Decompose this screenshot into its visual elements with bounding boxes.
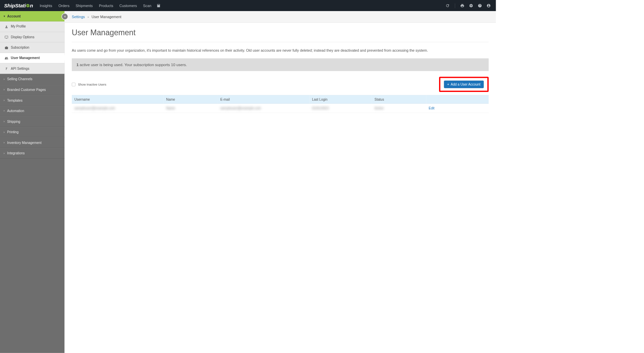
nav-insights[interactable]: Insights	[37, 3, 55, 7]
page-description: As users come and go from your organizat…	[72, 48, 489, 53]
briefcase-icon	[5, 46, 8, 50]
col-email[interactable]: E-mail	[218, 95, 309, 104]
cell-name: Name	[166, 106, 175, 110]
chevron-right-icon: ›	[4, 88, 5, 91]
print-icon[interactable]	[460, 3, 464, 8]
col-username[interactable]: Username	[72, 95, 163, 104]
sidebar-section-account[interactable]: ▾ Account	[0, 11, 65, 21]
sidebar-item-label: Display Options	[11, 35, 34, 39]
branch-icon	[5, 66, 8, 70]
cell-status: Active	[375, 106, 384, 110]
nav-products[interactable]: Products	[96, 3, 116, 7]
breadcrumb-current: User Management	[92, 15, 121, 19]
topnav-separator	[455, 3, 455, 8]
edit-user-link[interactable]: Edit	[429, 106, 434, 110]
breadcrumb-separator: »	[88, 15, 89, 18]
content: User Management As users come and go fro…	[65, 23, 496, 119]
table-header-row: Username Name E-mail Last Login Status	[72, 95, 489, 104]
sidebar-section-branded-customer-pages[interactable]: ›Branded Customer Pages	[0, 85, 65, 95]
show-inactive-checkbox-wrapper[interactable]: Show Inactive Users	[72, 83, 106, 86]
users-icon	[5, 56, 8, 60]
nav-scan[interactable]: Scan	[140, 3, 154, 7]
breadcrumb: Settings » User Management	[65, 11, 496, 23]
topnav-right-icons	[445, 3, 493, 8]
sidebar-section-label: Printing	[7, 130, 18, 134]
sidebar-section-shipping[interactable]: ›Shipping	[0, 116, 65, 127]
sidebar-item-display-options[interactable]: Display Options	[0, 32, 65, 42]
col-last-login[interactable]: Last Login	[309, 95, 372, 104]
sidebar-section-templates[interactable]: ›Templates	[0, 95, 65, 106]
sidebar-section-integrations[interactable]: ›Integrations	[0, 148, 65, 159]
annotation-highlight: + Add a User Account	[439, 77, 489, 92]
cell-last-login: 01/01/2023	[312, 106, 329, 110]
sidebar-section-label: Automation	[7, 109, 24, 113]
sidebar-section-account-label: Account	[7, 14, 21, 18]
sidebar-item-label: Subscription	[11, 46, 29, 50]
main-area: Settings » User Management User Manageme…	[65, 11, 496, 353]
sidebar-section-label: Selling Channels	[7, 77, 32, 81]
sidebar-collapse-button[interactable]	[62, 14, 68, 19]
sidebar-item-label: User Management	[11, 56, 40, 60]
breadcrumb-root[interactable]: Settings	[72, 15, 85, 19]
subscription-info-text: active user is being used. Your subscrip…	[78, 62, 187, 67]
show-inactive-label: Show Inactive Users	[78, 83, 106, 86]
nav-orders[interactable]: Orders	[55, 3, 72, 7]
nav-customers[interactable]: Customers	[116, 3, 140, 7]
gear-icon	[26, 3, 30, 9]
brand-text-3: n	[30, 3, 33, 8]
calculator-icon[interactable]	[157, 3, 161, 8]
user-account-icon[interactable]	[487, 3, 491, 8]
sidebar-section-automation[interactable]: ›Automation	[0, 106, 65, 116]
sidebar-item-label: API Settings	[11, 66, 29, 70]
plus-icon: +	[447, 83, 449, 87]
chevron-right-icon: ›	[4, 78, 5, 81]
brand-text-1: Ship	[4, 3, 15, 8]
col-name[interactable]: Name	[163, 95, 218, 104]
nav-shipments[interactable]: Shipments	[72, 3, 96, 7]
col-status[interactable]: Status	[372, 95, 426, 104]
sidebar-account-subitems: My Profile Display Options Subscription …	[0, 21, 65, 74]
sidebar-section-label: Branded Customer Pages	[7, 88, 46, 92]
sidebar-section-label: Templates	[7, 98, 22, 102]
add-user-account-button[interactable]: + Add a User Account	[444, 81, 484, 88]
checkbox-icon[interactable]	[72, 83, 75, 86]
help-icon[interactable]	[478, 3, 482, 8]
users-table: Username Name E-mail Last Login Status s…	[72, 95, 489, 113]
sidebar-item-subscription[interactable]: Subscription	[0, 42, 65, 53]
subscription-info-box: 1 active user is being used. Your subscr…	[72, 58, 489, 71]
settings-gear-icon[interactable]	[469, 3, 473, 8]
nav-links: Insights Orders Shipments Products Custo…	[37, 3, 154, 7]
chevron-down-icon: ▾	[4, 14, 5, 18]
brand-text-2: Stati	[15, 3, 26, 8]
sidebar: ▾ Account My Profile Display Options Sub…	[0, 11, 65, 353]
sidebar-item-user-management[interactable]: User Management	[0, 53, 65, 63]
table-row: sampleuser@example.com Name sampleuser@e…	[72, 103, 489, 113]
chevron-right-icon: ›	[4, 109, 5, 112]
sidebar-item-api-settings[interactable]: API Settings	[0, 63, 65, 74]
display-icon	[5, 35, 8, 39]
sidebar-item-my-profile[interactable]: My Profile	[0, 21, 65, 32]
brand-logo[interactable]: ShipStati n	[3, 3, 37, 9]
chevron-right-icon: ›	[4, 99, 5, 102]
sidebar-section-selling-channels[interactable]: ›Selling Channels	[0, 74, 65, 85]
sidebar-section-label: Shipping	[7, 119, 20, 123]
col-actions	[426, 95, 488, 104]
cell-username: sampleuser@example.com	[74, 106, 115, 110]
toolbar-row: Show Inactive Users + Add a User Account	[72, 77, 489, 92]
cell-email: sampleuser@example.com	[220, 106, 261, 110]
chevron-right-icon: ›	[4, 152, 5, 155]
user-icon	[5, 24, 8, 29]
chevron-right-icon: ›	[4, 141, 5, 144]
sidebar-section-printing[interactable]: ›Printing	[0, 127, 65, 138]
sidebar-section-inventory-management[interactable]: ›Inventory Management	[0, 137, 65, 148]
chevron-right-icon: ›	[4, 131, 5, 134]
page-title: User Management	[72, 29, 489, 37]
sidebar-section-label: Integrations	[7, 151, 24, 155]
add-user-button-label: Add a User Account	[451, 83, 480, 87]
sidebar-section-label: Inventory Management	[7, 141, 41, 145]
chevron-right-icon: ›	[4, 120, 5, 123]
sidebar-item-label: My Profile	[11, 24, 26, 29]
refresh-icon[interactable]	[445, 3, 449, 8]
top-nav: ShipStati n Insights Orders Shipments Pr…	[0, 0, 496, 11]
